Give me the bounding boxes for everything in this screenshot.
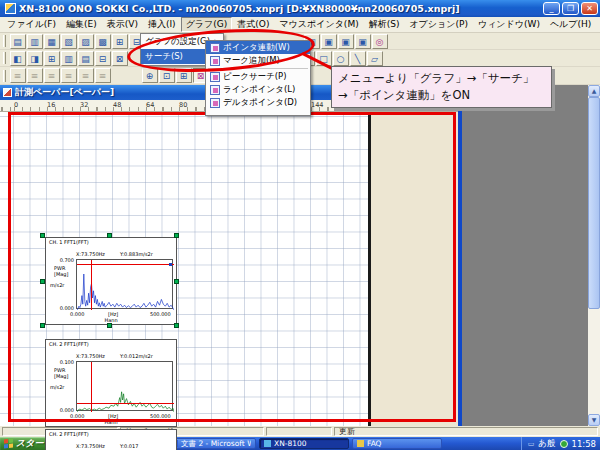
- pointer-link-button[interactable]: ◎: [372, 34, 388, 49]
- menu-item-icon: [210, 98, 220, 108]
- tray-status-icon[interactable]: [560, 440, 568, 448]
- view-list-button[interactable]: ▤: [78, 51, 94, 66]
- vertical-scrollbar[interactable]: ▲ ▼: [588, 85, 600, 426]
- open-project-button[interactable]: ▥: [27, 34, 43, 49]
- pan-tool-button[interactable]: ⊕: [142, 68, 158, 83]
- restore-button[interactable]: ❐: [562, 2, 579, 15]
- taskbar-task-XN-8100[interactable]: XN-8100: [259, 438, 349, 449]
- app-window: XN-8100 ONO SOKKI Co.,LTD. - nn20060705.…: [0, 0, 600, 450]
- ruler-number: 144: [311, 101, 323, 109]
- ungroup-button[interactable]: ▣: [355, 34, 371, 49]
- ruler-number: 32: [80, 101, 88, 109]
- selection-handle[interactable]: [174, 323, 179, 328]
- cursor-y-readout: Y:0.012m/s2r: [120, 353, 153, 359]
- align-center-button[interactable]: ≡: [27, 68, 43, 83]
- windows-flag-icon: [4, 439, 13, 449]
- selection-handle[interactable]: [107, 323, 112, 328]
- scrollbar-thumb[interactable]: [588, 97, 600, 309]
- chart-3[interactable]: CH. 2 FFT1(FFT)X:73.750HzY:0.0171.5000.0…: [45, 429, 177, 450]
- menu-編集[interactable]: 編集(E): [61, 17, 102, 32]
- cursor-hline: [77, 403, 174, 404]
- copy-button[interactable]: ▩: [95, 34, 111, 49]
- menu-item-ピークサーチ[interactable]: ピークサーチ(P): [206, 70, 310, 83]
- align-right-button[interactable]: ≡: [44, 68, 60, 83]
- align-middle-button[interactable]: ≡: [78, 68, 94, 83]
- menu-ファイル[interactable]: ファイル(F): [2, 17, 61, 32]
- menu-item-icon: [210, 56, 220, 66]
- y-axis-max: 0.700: [48, 257, 74, 263]
- menu-ウィンドウ[interactable]: ウィンドウ(W): [473, 17, 545, 32]
- ime-indicator[interactable]: あ般: [538, 438, 555, 450]
- menu-マウスポインタ[interactable]: マウスポインタ(M): [274, 17, 363, 32]
- cut-button[interactable]: ▨: [78, 34, 94, 49]
- menu-ヘルプ[interactable]: ヘルプ(H): [545, 17, 596, 32]
- ruler-number: 80: [179, 101, 187, 109]
- status-update: 更新: [334, 427, 598, 436]
- align-top-button[interactable]: ≡: [61, 68, 77, 83]
- document-icon: [3, 88, 12, 97]
- plot-area[interactable]: [76, 361, 173, 411]
- align-bottom-button[interactable]: ≡: [95, 68, 111, 83]
- chart-title: CH. 2 FFT1(FFT): [49, 341, 89, 347]
- menu-グラフ[interactable]: グラフ(G): [181, 17, 233, 32]
- task-icon: [357, 440, 364, 447]
- view-full-button[interactable]: ⊠: [112, 51, 128, 66]
- line-tool-button[interactable]: ╲: [350, 51, 366, 66]
- selection-handle[interactable]: [40, 279, 45, 284]
- menu-bar: ファイル(F)編集(E)表示(V)挿入(I)グラフ(G)書式(O)マウスポインタ…: [0, 17, 600, 33]
- selection-handle[interactable]: [174, 279, 179, 284]
- selection-handle[interactable]: [107, 233, 112, 238]
- polygon-tool-button[interactable]: ▱: [367, 51, 383, 66]
- plot-area[interactable]: [76, 259, 173, 309]
- minimize-button[interactable]: _: [543, 2, 560, 15]
- ruler-number: 48: [113, 101, 121, 109]
- menu-書式[interactable]: 書式(O): [232, 17, 274, 32]
- zoom-out-button[interactable]: ⊡: [159, 68, 175, 83]
- menu-item-ポインタ連動[interactable]: ポインタ連動(W): [206, 41, 310, 54]
- save-project-button[interactable]: ▦: [44, 34, 60, 49]
- menu-解析[interactable]: 解析(S): [364, 17, 405, 32]
- cursor-x-readout: X:73.750Hz: [76, 251, 105, 257]
- y-axis-max: 0.100: [48, 359, 74, 365]
- window-function-label: Hann: [46, 419, 176, 425]
- keyboard-icon[interactable]: ▭: [528, 440, 535, 448]
- cursor-vline: [91, 260, 92, 310]
- system-tray: ▭ あ般 11:58: [521, 437, 600, 450]
- menu-item-マーク追加[interactable]: マーク追加(M): [206, 54, 310, 67]
- send-back-button[interactable]: ▣: [321, 34, 337, 49]
- close-button[interactable]: ✕: [581, 2, 598, 15]
- selection-handle[interactable]: [40, 323, 45, 328]
- align-left-button[interactable]: ≡: [10, 68, 26, 83]
- menu-item-デルタポインタ[interactable]: デルタポインタ(D): [206, 96, 310, 109]
- y-axis-label-2: [Mag]: [54, 373, 68, 379]
- menu-item-ラインポインタ[interactable]: ラインポインタ(L): [206, 83, 310, 96]
- view-grid-button[interactable]: ⊞: [44, 51, 60, 66]
- measurement-paper[interactable]: CH. 1 FFT1(FFT)X:73.750HzY:0.883m/s2r0.7…: [0, 112, 371, 426]
- selection-handle[interactable]: [40, 233, 45, 238]
- selection-handle[interactable]: [174, 233, 179, 238]
- cursor-y-readout: Y:0.883m/s2r: [120, 251, 153, 257]
- y-axis-unit: m/s2r: [50, 282, 64, 288]
- menu-オプション[interactable]: オプション(P): [404, 17, 473, 32]
- ellipse-tool-button[interactable]: ○: [333, 51, 349, 66]
- menu-表示[interactable]: 表示(V): [102, 17, 143, 32]
- window-tile-button[interactable]: ◨: [27, 51, 43, 66]
- view-split-button[interactable]: ⊟: [95, 51, 111, 66]
- scroll-down-button[interactable]: ▼: [588, 414, 600, 426]
- zoom-in-button[interactable]: ⊞: [176, 68, 192, 83]
- chart-2[interactable]: CH. 2 FFT1(FFT)X:73.750HzY:0.012m/s2r0.1…: [45, 339, 177, 427]
- y-axis-unit: m/s2r: [50, 384, 64, 390]
- taskbar-task--2-Microsoft-W-[interactable]: 文書 2 - Microsoft W...: [166, 438, 256, 449]
- window-cascade-button[interactable]: ◧: [10, 51, 26, 66]
- callout-line-1: メニューより「グラフ」→「サーチ」: [338, 70, 545, 87]
- menu-挿入[interactable]: 挿入(I): [143, 17, 181, 32]
- view-page-button[interactable]: ▥: [61, 51, 77, 66]
- new-project-button[interactable]: ▤: [10, 34, 26, 49]
- chart-1[interactable]: CH. 1 FFT1(FFT)X:73.750HzY:0.883m/s2r0.7…: [45, 237, 177, 325]
- scroll-up-button[interactable]: ▲: [588, 85, 600, 97]
- taskbar-task-FAQ[interactable]: FAQ: [352, 438, 442, 449]
- paste-button[interactable]: ⊞: [112, 34, 128, 49]
- menu-item-icon: [210, 72, 220, 82]
- print-button[interactable]: ▧: [61, 34, 77, 49]
- group-button[interactable]: ▣: [338, 34, 354, 49]
